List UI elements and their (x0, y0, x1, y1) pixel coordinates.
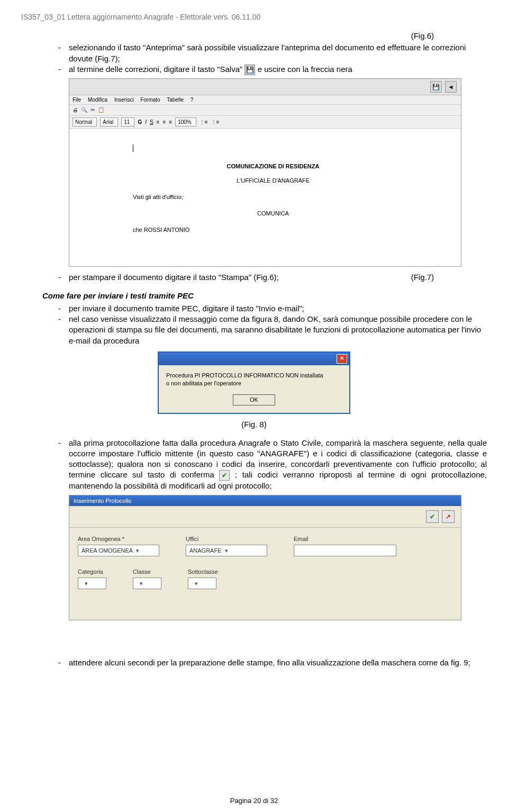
protocol-form-screenshot: Inserimento Protocollo ✔ ↗ Area Omogenea… (69, 495, 461, 621)
bullet-text: selezionando il tasto "Anteprima" sarà p… (69, 42, 487, 64)
email-label: Email (294, 535, 396, 543)
ok-button: OK (233, 394, 275, 405)
save-icon: 💾 (244, 65, 255, 75)
dialog-line2: o non abilitata per l'operatore (166, 380, 342, 387)
fig8-label: (Fig. 8) (21, 419, 487, 430)
exit-icon: ↗ (442, 510, 455, 523)
bullet-text: nel caso venisse visualizzato il messagg… (69, 314, 487, 346)
toolbar-save-icon: 💾 (430, 81, 442, 93)
bullet-dash: - (58, 42, 69, 64)
categoria-label: Categoria (78, 568, 106, 576)
area-select: AREA OMOGENEA (78, 545, 159, 556)
bullet-text: per stampare il documento digitare il ta… (69, 272, 411, 283)
area-label: Area Omogenea * (78, 535, 159, 543)
editor-menu: File Modifica Inserisci Formato Tabelle … (69, 95, 461, 105)
pec-heading: Come fare per inviare i testi tramite PE… (42, 291, 487, 301)
toolbar-back-icon: ◄ (445, 81, 457, 93)
bullet-dash: - (58, 64, 69, 75)
bullet-dash: - (58, 314, 69, 346)
fig6-label: (Fig.6) (21, 31, 487, 41)
fig7-label: (Fig.7) (411, 272, 487, 283)
categoria-select (78, 578, 106, 589)
text-fragment: al termine delle correzioni, digitare il… (69, 65, 244, 74)
editor-toolbar-icons: 🖨🔍✂📋 (69, 105, 461, 116)
uffici-select: ANAGRAFE (186, 545, 267, 556)
bullet-text: per inviare il documento tramite PEC, di… (69, 303, 487, 314)
editor-toolbar-format: Normal Arial 11 G I S ≡≡≡ 100% ⋮≡⋮≡ (69, 116, 461, 129)
dialog-line1: Procedura PI PROTOCOLLO INFORMATICO NON … (166, 372, 342, 380)
page-footer: Pagina 20 di 32 (0, 797, 508, 805)
document-header: IS357_03_01 Lettera aggiornamento Anagra… (21, 13, 487, 21)
confirm-icon: ✔ (426, 510, 439, 523)
error-dialog: ✕ Procedura PI PROTOCOLLO INFORMATICO NO… (158, 351, 350, 414)
classe-label: Classe (133, 568, 161, 576)
confirm-icon: ✔ (219, 470, 230, 481)
close-icon: ✕ (337, 354, 347, 364)
bullet-text: attendere alcuni secondi per la preparaz… (69, 657, 487, 668)
editor-document-area: COMUNICAZIONE DI RESIDENZA L'UFFICIALE D… (69, 129, 461, 266)
text-fragment: e uscire con la freccia nera (258, 65, 352, 74)
bullet-text: al termine delle correzioni, digitare il… (69, 64, 487, 75)
uffici-label: Uffici (186, 535, 267, 543)
bullet-dash: - (58, 438, 69, 492)
editor-screenshot: 💾 ◄ File Modifica Inserisci Formato Tabe… (69, 78, 461, 267)
bullet-dash: - (58, 657, 69, 668)
sottoclasse-select (188, 578, 216, 589)
email-input (294, 545, 396, 556)
bullet-dash: - (58, 272, 69, 283)
bullet-text: alla prima protocollazione fatta dalla p… (69, 438, 487, 492)
sottoclasse-label: Sottoclasse (188, 568, 218, 576)
bullet-dash: - (58, 303, 69, 314)
protocol-title: Inserimento Protocollo (69, 495, 461, 507)
classe-select (133, 578, 161, 589)
